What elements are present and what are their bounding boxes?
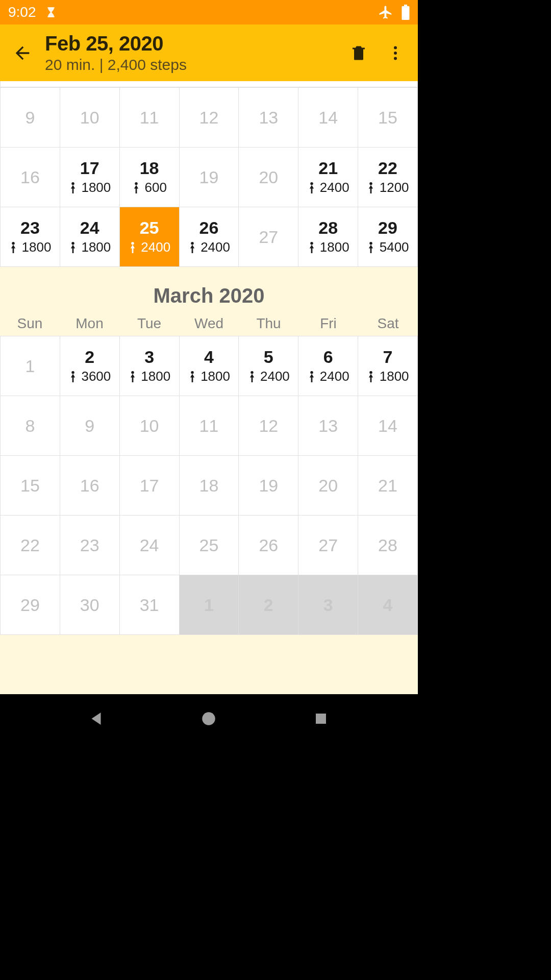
- svg-point-21: [310, 371, 313, 374]
- weekday-label: Mon: [60, 315, 119, 336]
- calendar-day[interactable]: 4 1800: [179, 336, 239, 396]
- calendar-day[interactable]: 6 2400: [298, 336, 358, 396]
- step-count: 2400: [180, 239, 239, 255]
- calendar-day[interactable]: 11: [119, 88, 179, 148]
- calendar-day[interactable]: 23: [60, 516, 119, 575]
- calendar-day[interactable]: 16: [60, 456, 119, 516]
- day-number: 18: [180, 477, 239, 494]
- nav-recents-button[interactable]: [298, 696, 344, 742]
- calendar-day[interactable]: 22 1200: [358, 148, 418, 207]
- app-bar: Feb 25, 2020 20 min. | 2,400 steps: [0, 24, 418, 81]
- day-number: 30: [60, 596, 119, 614]
- calendar-day[interactable]: 15: [358, 88, 418, 148]
- calendar-day[interactable]: 28: [358, 516, 418, 575]
- calendar-day[interactable]: 23 1800: [1, 207, 60, 267]
- status-clock: 9:02: [8, 4, 36, 20]
- calendar-day[interactable]: 26 2400: [179, 207, 239, 267]
- svg-point-14: [191, 242, 194, 245]
- calendar-day[interactable]: 15: [1, 456, 60, 516]
- step-count: 1800: [60, 239, 119, 255]
- calendar-day[interactable]: 14: [358, 396, 418, 456]
- calendar-day[interactable]: 17 1800: [60, 148, 119, 207]
- calendar-day[interactable]: 13: [298, 396, 358, 456]
- step-count: 1200: [358, 180, 417, 195]
- nav-back-button[interactable]: [74, 696, 120, 742]
- calendar-day[interactable]: 3: [298, 575, 358, 635]
- calendar-day[interactable]: 8: [1, 396, 60, 456]
- day-number: 3: [120, 348, 179, 365]
- calendar-day[interactable]: 28 1800: [298, 207, 358, 267]
- overflow-menu-button[interactable]: [377, 24, 414, 81]
- square-recents-icon: [313, 711, 329, 726]
- calendar-day[interactable]: 10: [60, 88, 119, 148]
- day-number: 17: [120, 477, 179, 494]
- calendar-day[interactable]: 24 1800: [60, 207, 119, 267]
- calendar-day[interactable]: 27: [298, 516, 358, 575]
- day-number: 31: [120, 596, 179, 614]
- weekday-label: Fri: [298, 315, 358, 336]
- calendar-day[interactable]: 25 2400: [119, 207, 179, 267]
- calendar-day[interactable]: 18: [179, 456, 239, 516]
- calendar-day[interactable]: 29 5400: [358, 207, 418, 267]
- calendar-day[interactable]: 12: [179, 88, 239, 148]
- calendar-day[interactable]: 31: [119, 575, 179, 635]
- calendar-day[interactable]: 17: [119, 456, 179, 516]
- weekday-label: Sat: [358, 315, 418, 336]
- weekday-row: SunMonTueWedThuFriSat: [0, 315, 418, 336]
- calendar-day[interactable]: 7 1800: [358, 336, 418, 396]
- calendar-day[interactable]: 20: [239, 148, 298, 207]
- nav-home-button[interactable]: [186, 696, 232, 742]
- calendar-day[interactable]: 12: [239, 396, 298, 456]
- calendar-day[interactable]: 22: [1, 516, 60, 575]
- step-count: 1800: [120, 369, 179, 384]
- calendar-day[interactable]: 19: [239, 456, 298, 516]
- calendar-day[interactable]: 19: [179, 148, 239, 207]
- day-number: 11: [120, 109, 179, 126]
- calendar-day[interactable]: 16: [1, 148, 60, 207]
- walker-icon: [366, 182, 375, 194]
- calendar-day[interactable]: 2: [239, 575, 298, 635]
- svg-point-8: [135, 182, 138, 185]
- day-number: 25: [120, 219, 179, 236]
- calendar-day[interactable]: 10: [119, 396, 179, 456]
- calendar-day[interactable]: 5 2400: [239, 336, 298, 396]
- day-number: 17: [60, 159, 119, 177]
- calendar-day[interactable]: 18 600: [119, 148, 179, 207]
- calendar-day[interactable]: 2 3600: [60, 336, 119, 396]
- calendar-day[interactable]: 4: [358, 575, 418, 635]
- calendar-day[interactable]: 30: [60, 575, 119, 635]
- calendar-day[interactable]: 21 2400: [298, 148, 358, 207]
- calendar-scroll[interactable]: 91011121314151617 180018 600192021 24002…: [0, 81, 418, 694]
- calendar-day[interactable]: 29: [1, 575, 60, 635]
- step-count: 1800: [180, 369, 239, 384]
- walker-icon: [307, 371, 316, 383]
- calendar-day[interactable]: 9: [1, 88, 60, 148]
- calendar-day[interactable]: 1: [1, 336, 60, 396]
- calendar-day[interactable]: 3 1800: [119, 336, 179, 396]
- svg-rect-1: [47, 16, 54, 17]
- day-number: 2: [60, 348, 119, 365]
- calendar-day[interactable]: 14: [298, 88, 358, 148]
- calendar-day[interactable]: 26: [239, 516, 298, 575]
- calendar-day[interactable]: 13: [239, 88, 298, 148]
- calendar-day[interactable]: 1: [179, 575, 239, 635]
- calendar-day[interactable]: 27: [239, 207, 298, 267]
- calendar-day[interactable]: 24: [119, 516, 179, 575]
- svg-point-15: [310, 242, 313, 245]
- calendar-day[interactable]: 25: [179, 516, 239, 575]
- calendar-day[interactable]: 11: [179, 396, 239, 456]
- day-number: 6: [298, 348, 358, 365]
- day-number: 10: [60, 109, 119, 126]
- battery-icon: [402, 5, 410, 20]
- delete-button[interactable]: [340, 24, 377, 81]
- day-number: 20: [298, 477, 358, 494]
- back-button[interactable]: [4, 24, 41, 81]
- day-number: 5: [239, 348, 298, 365]
- calendar-day[interactable]: 21: [358, 456, 418, 516]
- calendar-day[interactable]: 9: [60, 396, 119, 456]
- day-number: 9: [1, 109, 60, 126]
- day-number: 7: [358, 348, 417, 365]
- calendar-day[interactable]: 20: [298, 456, 358, 516]
- day-number: 22: [1, 536, 60, 554]
- svg-point-19: [191, 371, 194, 374]
